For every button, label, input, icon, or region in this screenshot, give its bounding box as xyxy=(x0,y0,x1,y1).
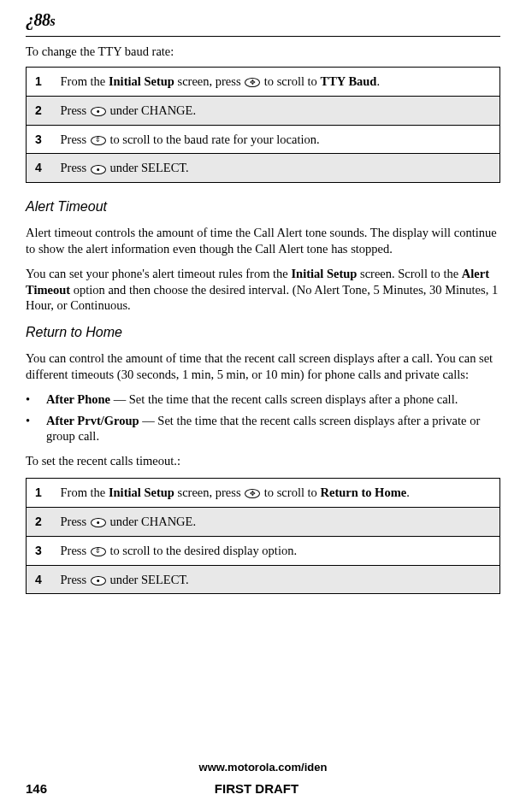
updown-icon: ⇕ xyxy=(91,547,106,556)
intro-text-1: To change the TTY baud rate: xyxy=(26,44,500,60)
steps-table-return-home: 1 From the Initial Setup screen, press ✥… xyxy=(26,478,500,594)
paragraph: You can set your phone's alert timeout r… xyxy=(26,266,500,315)
list-item: •After Prvt/Group — Set the time that th… xyxy=(26,413,500,445)
table-row: 4 Press under SELECT. xyxy=(27,154,500,183)
table-row: 2 Press under CHANGE. xyxy=(27,96,500,125)
table-row: 3 Press ⇕ to scroll to the baud rate for… xyxy=(27,125,500,154)
bullet-list: •After Phone — Set the time that the rec… xyxy=(26,391,500,445)
table-row: 1 From the Initial Setup screen, press ✥… xyxy=(27,67,500,96)
dot-icon xyxy=(91,576,106,585)
nav-icon: ✥ xyxy=(245,489,260,498)
paragraph: You can control the amount of time that … xyxy=(26,350,500,383)
heading-alert-timeout: Alert Timeout xyxy=(26,198,500,216)
list-item: •After Phone — Set the time that the rec… xyxy=(26,391,500,408)
table-row: 1 From the Initial Setup screen, press ✥… xyxy=(27,479,500,508)
product-logo: ¿88s xyxy=(26,9,500,31)
header-rule xyxy=(26,36,500,37)
paragraph: To set the recent calls timeout.: xyxy=(26,453,500,469)
dot-icon xyxy=(91,107,106,116)
page-footer: www.motorola.com/iden 146 FIRST DRAFT xyxy=(26,761,500,797)
heading-return-home: Return to Home xyxy=(26,324,500,342)
paragraph: Alert timeout controls the amount of tim… xyxy=(26,225,500,257)
dot-icon xyxy=(91,518,106,527)
steps-table-tty: 1 From the Initial Setup screen, press ✥… xyxy=(26,67,500,183)
draft-status: FIRST DRAFT xyxy=(13,780,500,797)
footer-url: www.motorola.com/iden xyxy=(26,761,500,775)
table-row: 2 Press under CHANGE. xyxy=(27,507,500,536)
table-row: 3 Press ⇕ to scroll to the desired displ… xyxy=(27,536,500,565)
updown-icon: ⇕ xyxy=(91,136,106,145)
dot-icon xyxy=(91,165,106,174)
nav-icon: ✥ xyxy=(245,78,260,87)
table-row: 4 Press under SELECT. xyxy=(27,565,500,594)
